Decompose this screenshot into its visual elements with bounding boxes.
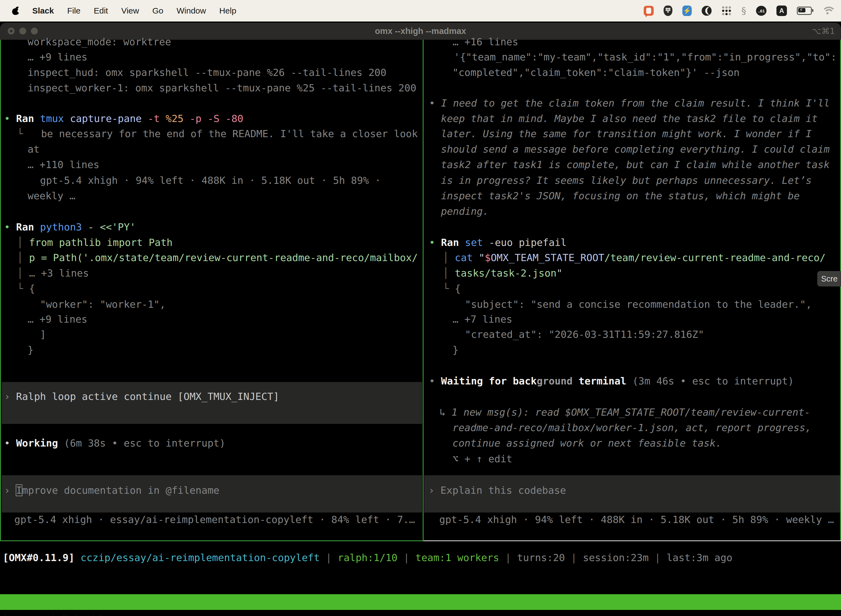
- terminal-text: ": [479, 252, 485, 263]
- terminal-text: └: [17, 283, 29, 294]
- terminal-text: "subject": "send a concise recommendatio…: [465, 299, 812, 310]
- terminal-text: Ralph loop active continue [OMX_TMUX_INJ…: [16, 391, 279, 402]
- terminal-text: "completed","claim_token":"claim-token"}…: [453, 67, 740, 78]
- tmux-session-label: [omx-cczip0:bash*: [2, 610, 104, 616]
- menu-item-window[interactable]: Window: [177, 6, 206, 15]
- flash-badge-icon[interactable]: ⚡: [682, 6, 692, 16]
- menu-item-edit[interactable]: Edit: [94, 6, 108, 15]
- terminal-text: -euo pipefail: [489, 237, 567, 248]
- menu-item-help[interactable]: Help: [219, 6, 236, 15]
- menu-item-view[interactable]: View: [121, 6, 139, 15]
- terminal-text: └: [17, 128, 23, 139]
- edit-hint: ⌥ + ↑ edit: [453, 451, 512, 467]
- menu-app-name[interactable]: Slack: [32, 6, 54, 15]
- terminal-text: cat: [455, 252, 479, 263]
- terminal-line: }: [28, 342, 34, 358]
- terminal-line: │ cat "$OMX_TEAM_STATE_ROOT/team/review-…: [443, 250, 826, 265]
- terminal-text: |: [403, 552, 415, 563]
- terminal-text: │: [17, 237, 29, 248]
- terminal-text: at: [28, 144, 40, 155]
- terminal-text: •: [429, 97, 441, 109]
- waiting-status: • Waiting for background terminal (3m 46…: [429, 373, 794, 389]
- apple-menu-icon[interactable]: [12, 7, 19, 15]
- terminal-text: python3: [40, 221, 88, 233]
- terminal-line: … +7 lines: [453, 311, 512, 327]
- terminal-text: $: [485, 252, 491, 263]
- dots-grid-icon[interactable]: [722, 6, 731, 16]
- command-ran-tmux: • Ran tmux capture-pane -t %25 -p -S -80: [4, 111, 243, 126]
- terminal-text: inspect_hud: omx sparkshell --tmux-pane …: [28, 67, 386, 78]
- terminal-line: inspect task2's JSON, focusing on the st…: [441, 188, 800, 204]
- chat-badge-icon[interactable]: [644, 6, 653, 16]
- terminal-text: Ran: [441, 237, 465, 248]
- menu-item-file[interactable]: File: [67, 6, 80, 15]
- terminal-text: Ran: [16, 221, 40, 233]
- terminal-text: should send a message before completing …: [441, 144, 830, 155]
- terminal-line: "completed","claim_token":"claim-token"}…: [453, 65, 740, 80]
- terminal-text: team:1 workers: [416, 552, 505, 563]
- tmux-status-bar: [omx-cczip0:bash* "MacBook-Pro-44.local"…: [0, 594, 841, 610]
- terminal-text: ›: [4, 485, 16, 496]
- shield-icon[interactable]: [664, 6, 673, 16]
- pane-border-left: [0, 40, 1, 541]
- terminal-text: capture-pane: [70, 113, 148, 124]
- terminal-text: from pathlib import Path: [29, 237, 173, 248]
- terminal-line: keep that in mind. Maybe I also need the…: [441, 111, 818, 126]
- terminal-text: readme-and-reco/mailbox/worker-1.json, a…: [453, 422, 811, 433]
- terminal-text: be necessary for the end of the README. …: [23, 128, 418, 139]
- terminal-line: }: [453, 342, 459, 358]
- terminal-line: │ tasks/task-2.json": [443, 265, 563, 281]
- timer-badge-icon[interactable]: ..61: [756, 6, 766, 16]
- terminal-text: inspect task2's JSON, focusing on the st…: [441, 190, 800, 201]
- squiggle-icon[interactable]: §: [741, 5, 746, 16]
- menu-item-go[interactable]: Go: [152, 6, 163, 15]
- terminal-text: └: [443, 283, 455, 294]
- terminal-text: |: [655, 552, 667, 563]
- terminal-text: ›: [4, 391, 16, 402]
- terminal-text: (3m 46s • esc to interrupt): [632, 375, 794, 387]
- terminal-text: terminal: [573, 375, 632, 387]
- terminal-text: mprove documentation in @filename: [22, 485, 219, 496]
- terminal-text: "worker": "worker-1",: [40, 299, 166, 310]
- terminal-text: I need to get the claim token from the c…: [441, 97, 830, 109]
- input-source-icon[interactable]: A: [777, 6, 787, 16]
- terminal-text: cczip/essay/ai-reimplementation-copyleft: [81, 552, 326, 563]
- terminal-text: |: [571, 552, 583, 563]
- terminal-line: is in progress? It seems likely but perh…: [441, 173, 812, 188]
- terminal-line: continue assigned work or next feasible …: [453, 435, 722, 451]
- terminal-line: ]: [40, 327, 46, 342]
- command-ran-python3: • Ran python3 - <<'PY': [4, 219, 136, 235]
- terminal-line: workspace_mode: worktree: [28, 34, 171, 50]
- terminal-text: }: [28, 344, 34, 355]
- terminal-text: {: [455, 283, 461, 294]
- terminal-text: (6m 38s • esc to interrupt): [64, 437, 226, 449]
- terminal-text: ›: [428, 485, 440, 496]
- terminal-text: •: [4, 221, 16, 233]
- terminal-text: ralph:1/10: [338, 552, 403, 563]
- terminal-text: is in progress? It seems likely but perh…: [441, 175, 812, 186]
- pane-border-bottom-left: [0, 540, 423, 541]
- terminal-text: Ran: [16, 113, 40, 124]
- terminal-line: └ be necessary for the end of the README…: [17, 126, 418, 142]
- pane-divider[interactable]: [423, 40, 423, 541]
- terminal-text: keep that in mind. Maybe I also need the…: [441, 113, 818, 124]
- terminal-line: inspect_hud: omx sparkshell --tmux-pane …: [28, 65, 386, 80]
- model-status-left: gpt-5.4 xhigh · essay/ai-reimplementatio…: [14, 512, 415, 527]
- mailbox-message: ↳ 1 new msg(s): read $OMX_TEAM_STATE_ROO…: [440, 404, 810, 420]
- terminal-text: 1 new msg(s): read $OMX_TEAM_STATE_ROOT/…: [451, 406, 810, 418]
- terminal-text: … +9 lines: [28, 314, 88, 325]
- battery-icon[interactable]: ⚡: [797, 7, 812, 15]
- menu-items: FileEditViewGoWindowHelp: [67, 6, 236, 15]
- prompt-placeholder-right: › Explain this codebase: [428, 483, 566, 498]
- working-status: • Working (6m 38s • esc to interrupt): [4, 435, 226, 451]
- terminal-text: session:23m: [583, 552, 655, 563]
- moon-icon[interactable]: [702, 6, 712, 16]
- terminal-text: Working: [16, 437, 64, 449]
- terminal-text: }: [453, 344, 459, 355]
- terminal-line: └ {: [17, 281, 35, 296]
- terminal-line: inspect_worker-1: omx sparkshell --tmux-…: [28, 80, 416, 96]
- terminal-text: '{"team_name":"my-team","task_id":"1","f…: [454, 51, 837, 63]
- terminal-text: ground: [537, 375, 573, 387]
- terminal-text: … +7 lines: [453, 314, 512, 325]
- wifi-icon[interactable]: [822, 7, 833, 15]
